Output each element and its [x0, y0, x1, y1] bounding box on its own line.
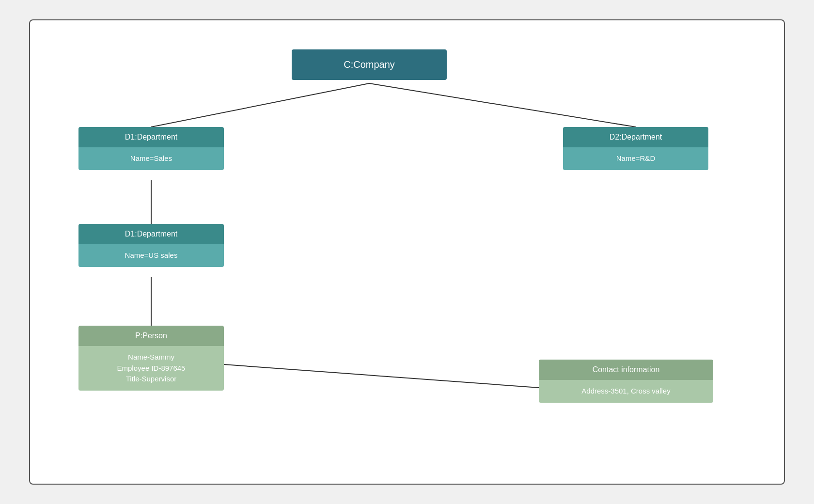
svg-line-4: [224, 364, 539, 388]
dept2-node: D2:Department Name=R&D: [563, 127, 708, 170]
contact-body: Address-3501, Cross valley: [539, 380, 713, 403]
person-node: P:Person Name-Sammy Employee ID-897645 T…: [78, 326, 224, 391]
company-node: C:Company: [292, 49, 447, 80]
dept1-header: D1:Department: [78, 127, 224, 147]
dept1-sub-node: D1:Department Name=US sales: [78, 224, 224, 267]
company-node-header: C:Company: [292, 49, 447, 80]
dept2-body: Name=R&D: [563, 147, 708, 170]
dept1-sub-header: D1:Department: [78, 224, 224, 244]
dept1-node: D1:Department Name=Sales: [78, 127, 224, 170]
diagram-canvas: C:Company D1:Department Name=Sales D2:De…: [29, 19, 785, 485]
dept1-body: Name=Sales: [78, 147, 224, 170]
person-body: Name-Sammy Employee ID-897645 Title-Supe…: [78, 346, 224, 391]
person-header: P:Person: [78, 326, 224, 346]
contact-header: Contact information: [539, 360, 713, 380]
dept2-header: D2:Department: [563, 127, 708, 147]
svg-line-0: [151, 83, 369, 127]
contact-node: Contact information Address-3501, Cross …: [539, 360, 713, 403]
svg-line-1: [369, 83, 636, 127]
dept1-sub-body: Name=US sales: [78, 244, 224, 267]
